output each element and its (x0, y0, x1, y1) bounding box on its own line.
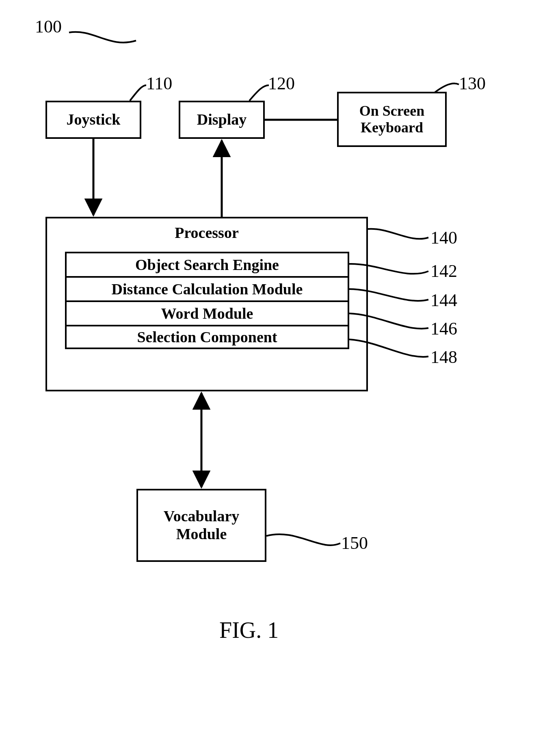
display-block: Display (179, 101, 265, 139)
distance-module-row: Distance Calculation Module (65, 276, 349, 300)
ref-120: 120 (268, 73, 295, 94)
ref-142: 142 (430, 261, 457, 281)
ref-150: 150 (341, 533, 368, 553)
processor-label: Processor (175, 224, 239, 242)
selection-component-label: Selection Component (137, 328, 277, 346)
diagram-canvas: 100 Joystick Display On Screen Keyboard … (0, 0, 560, 745)
vocabulary-module-label: Vocabulary Module (164, 507, 240, 543)
ref-130: 130 (459, 73, 486, 94)
keyboard-block: On Screen Keyboard (337, 92, 447, 147)
figure-ref-100: 100 (35, 16, 62, 37)
ref-140: 140 (430, 227, 457, 248)
object-search-engine-row: Object Search Engine (65, 252, 349, 276)
ref-146: 146 (430, 318, 457, 339)
figure-caption: FIG. 1 (219, 617, 279, 643)
ref-110: 110 (146, 73, 172, 94)
object-search-engine-label: Object Search Engine (135, 256, 279, 274)
display-label: Display (197, 111, 246, 129)
word-module-row: Word Module (65, 300, 349, 325)
distance-module-label: Distance Calculation Module (112, 280, 303, 298)
joystick-block: Joystick (45, 101, 141, 139)
vocabulary-module-block: Vocabulary Module (136, 489, 266, 562)
keyboard-label: On Screen Keyboard (359, 103, 424, 136)
processor-inner-group: Object Search Engine Distance Calculatio… (65, 252, 349, 349)
joystick-label: Joystick (67, 111, 121, 129)
ref-144: 144 (430, 290, 457, 311)
word-module-label: Word Module (161, 304, 253, 322)
selection-component-row: Selection Component (65, 325, 349, 349)
ref-148: 148 (430, 347, 457, 367)
